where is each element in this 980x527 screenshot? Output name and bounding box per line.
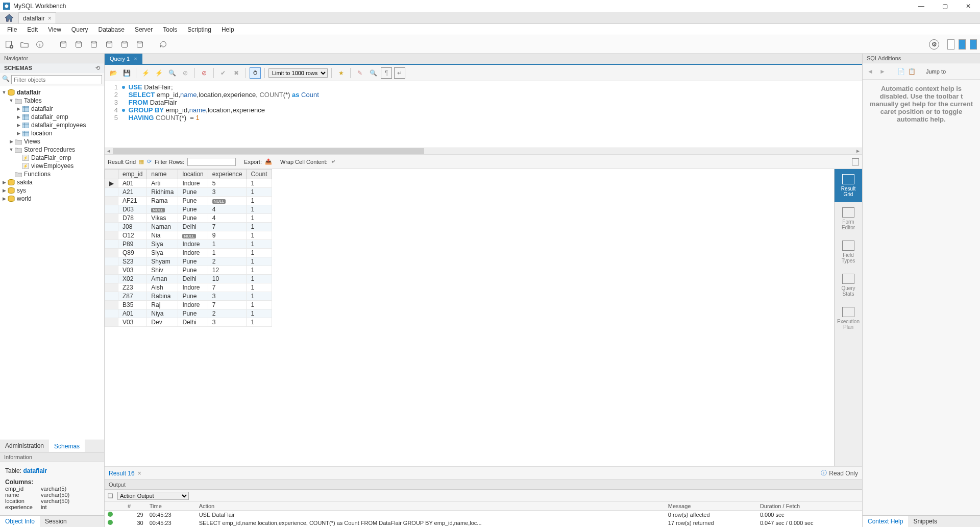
db-icon-5[interactable] <box>118 38 131 51</box>
menu-server[interactable]: Server <box>131 25 157 34</box>
export-icon[interactable]: 📤 <box>265 158 272 165</box>
wrap-cell-icon[interactable]: ⤶ <box>331 158 335 165</box>
tab-administration[interactable]: Administration <box>0 440 49 452</box>
nav-back-icon[interactable]: ◄ <box>866 68 875 75</box>
favorite-icon[interactable]: ★ <box>335 67 347 79</box>
menu-edit[interactable]: Edit <box>23 25 42 34</box>
tree-item-dataflair[interactable]: ▶dataflair <box>1 105 103 113</box>
close-tab-icon[interactable]: × <box>48 15 52 22</box>
table-row[interactable]: A01NiyaPune21 <box>105 309 272 318</box>
output-type-select[interactable]: Action Output <box>117 492 189 500</box>
tree-item-dataflair_emp[interactable]: ⚡DataFlair_emp <box>1 154 103 162</box>
db-icon-4[interactable] <box>103 38 115 51</box>
help-icon-1[interactable]: 📄 <box>897 68 905 75</box>
table-row[interactable]: Q89SiyaIndore11 <box>105 249 272 257</box>
stop-icon[interactable]: ⊘ <box>180 67 191 79</box>
invisible-chars-icon[interactable]: ¶ <box>381 67 392 79</box>
table-row[interactable]: ▶A01ArtiIndore51 <box>105 179 272 188</box>
output-row[interactable]: 3000:45:23SELECT emp_id,name,location,ex… <box>105 519 862 527</box>
table-row[interactable]: S23ShyamPune21 <box>105 257 272 266</box>
execute-current-icon[interactable]: ⚡ <box>153 67 164 79</box>
tree-item-sys[interactable]: ▶sys <box>1 186 103 195</box>
menu-query[interactable]: Query <box>67 25 92 34</box>
col-Count[interactable]: Count <box>247 170 272 179</box>
result-side-form-editor[interactable]: FormEditor <box>835 202 862 235</box>
result-side-field-types[interactable]: FieldTypes <box>835 235 862 269</box>
table-row[interactable]: D03NULLPune41 <box>105 205 272 214</box>
tree-item-sakila[interactable]: ▶sakila <box>1 178 103 186</box>
filter-icon[interactable]: ⟳ <box>147 158 152 165</box>
tree-item-dataflair[interactable]: ▼dataflair <box>1 88 103 97</box>
table-row[interactable]: AF21RamaPuneNULL1 <box>105 197 272 205</box>
panel-right-toggle[interactable] <box>970 39 977 50</box>
menu-database[interactable]: Database <box>94 25 129 34</box>
pin-panel-icon[interactable] <box>852 158 859 165</box>
tree-item-views[interactable]: ▶Views <box>1 137 103 146</box>
close-result-tab-icon[interactable]: × <box>138 470 141 477</box>
col-emp_id[interactable]: emp_id <box>118 170 147 179</box>
result-side-result-grid[interactable]: ResultGrid <box>835 169 862 202</box>
col-name[interactable]: name <box>147 170 178 179</box>
result-tab[interactable]: Result 16 × <box>109 470 141 477</box>
table-row[interactable]: B35RajIndore71 <box>105 301 272 309</box>
tab-schemas[interactable]: Schemas <box>49 440 85 452</box>
rollback-icon[interactable]: ✖ <box>231 67 242 79</box>
beautify-icon[interactable]: ✎ <box>354 67 365 79</box>
table-row[interactable]: P89SiyaIndore11 <box>105 240 272 249</box>
open-sql-file-icon[interactable] <box>18 38 31 51</box>
result-side-execution-plan[interactable]: ExecutionPlan <box>835 302 862 335</box>
open-file-icon[interactable]: 📂 <box>108 67 119 79</box>
menu-help[interactable]: Help <box>217 25 238 34</box>
connection-tab[interactable]: dataflair × <box>18 12 56 23</box>
refresh-schemas-icon[interactable]: ⟲ <box>95 65 100 71</box>
tree-item-stored-procedures[interactable]: ▼Stored Procedures <box>1 146 103 154</box>
tab-context-help[interactable]: Context Help <box>863 516 908 527</box>
table-row[interactable]: J08NamanDelhi71 <box>105 223 272 231</box>
panel-bottom-toggle[interactable] <box>959 39 966 50</box>
maximize-button[interactable]: ▢ <box>933 0 957 12</box>
find-icon[interactable]: 🔍 <box>368 67 379 79</box>
help-icon-2[interactable]: 📋 <box>908 68 916 75</box>
db-icon-3[interactable] <box>88 38 100 51</box>
save-file-icon[interactable]: 💾 <box>121 67 132 79</box>
tab-object-info[interactable]: Object Info <box>0 516 40 527</box>
nav-forward-icon[interactable]: ► <box>878 68 887 75</box>
db-icon-6[interactable] <box>134 38 146 51</box>
rebuild-icon[interactable] <box>157 38 169 51</box>
table-row[interactable]: V03ShivPune121 <box>105 266 272 275</box>
editor-hscrollbar[interactable]: ◄► <box>105 148 862 155</box>
tab-snippets[interactable]: Snippets <box>908 516 942 527</box>
new-sql-tab-icon[interactable] <box>3 38 15 51</box>
tree-item-world[interactable]: ▶world <box>1 195 103 203</box>
stop-error-icon[interactable]: ⊘ <box>199 67 210 79</box>
tree-item-tables[interactable]: ▼Tables <box>1 97 103 105</box>
grid-view-icon[interactable]: ▦ <box>139 158 144 165</box>
result-side-query-stats[interactable]: QueryStats <box>835 269 862 302</box>
col-location[interactable]: location <box>178 170 208 179</box>
filter-objects-input[interactable] <box>11 75 102 84</box>
db-icon-1[interactable] <box>57 38 69 51</box>
inspector-icon[interactable]: i <box>34 38 46 51</box>
home-tab[interactable] <box>0 12 18 23</box>
table-row[interactable]: A21RidhimaPune31 <box>105 188 272 197</box>
menu-view[interactable]: View <box>44 25 65 34</box>
panel-left-toggle[interactable] <box>947 39 954 50</box>
tree-item-location[interactable]: ▶location <box>1 129 103 137</box>
db-icon-2[interactable] <box>72 38 85 51</box>
limit-rows-select[interactable]: Limit to 1000 rows <box>268 68 328 78</box>
close-query-tab-icon[interactable]: × <box>134 56 137 62</box>
menu-tools[interactable]: Tools <box>159 25 181 34</box>
table-row[interactable]: X02AmanDelhi101 <box>105 275 272 283</box>
table-row[interactable]: Z87RabinaPune31 <box>105 292 272 301</box>
menu-file[interactable]: File <box>3 25 21 34</box>
tree-item-functions[interactable]: Functions <box>1 170 103 178</box>
settings-icon[interactable]: ⚙ <box>929 39 939 50</box>
commit-icon[interactable]: ✔ <box>217 67 229 79</box>
table-row[interactable]: D78VikasPune41 <box>105 214 272 223</box>
close-button[interactable]: ✕ <box>957 0 980 12</box>
autocommit-icon[interactable]: ⥁ <box>250 67 261 79</box>
tab-session[interactable]: Session <box>40 516 72 527</box>
clear-output-icon[interactable]: ❏ <box>108 492 113 499</box>
minimize-button[interactable]: — <box>910 0 933 12</box>
col-experience[interactable]: experience <box>208 170 247 179</box>
